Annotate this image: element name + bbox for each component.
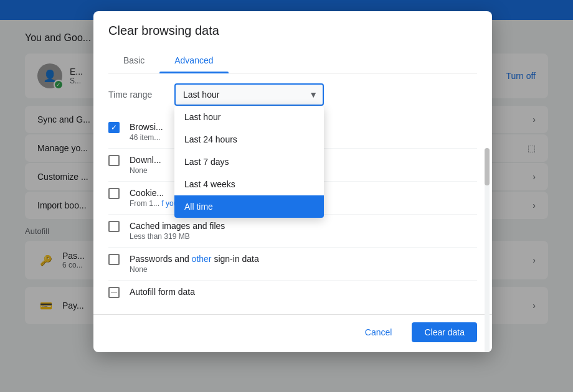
option-all-time[interactable]: All time [174,195,324,218]
passwords-row-sub: None [130,265,477,274]
clear-data-button[interactable]: Clear data [412,322,477,342]
modal-header: Clear browsing data Basic Advanced [93,11,492,73]
time-range-display[interactable]: Last hour [174,83,324,106]
checkbox-download[interactable] [108,155,120,166]
passwords-row-text: Passwords and other sign-in data None [130,254,477,274]
time-range-row: Time range Last hour ▼ Last hour Last 24… [108,83,477,106]
cached-title: Cached images and files [130,221,477,231]
cached-sub: Less than 319 MB [130,232,477,241]
time-range-select-container: Last hour ▼ Last hour Last 24 hours Last… [174,83,324,106]
option-last-24[interactable]: Last 24 hours [174,128,324,151]
autofill-row-title: Autofill form data [130,287,477,297]
autofill-row-text: Autofill form data [130,287,477,298]
checkbox-cookies[interactable] [108,188,120,199]
option-last-7[interactable]: Last 7 days [174,151,324,173]
tab-basic[interactable]: Basic [108,48,159,73]
clear-browsing-data-dialog: Clear browsing data Basic Advanced Time … [93,11,492,352]
passwords-row-title: Passwords and other sign-in data [130,254,477,264]
modal-footer: Cancel Clear data [93,314,492,352]
cached-text: Cached images and files Less than 319 MB [130,221,477,241]
option-last-4-weeks[interactable]: Last 4 weeks [174,173,324,195]
passwords-highlight: other [192,254,212,264]
modal-title: Clear browsing data [108,24,477,38]
modal-tabs: Basic Advanced [108,48,477,73]
time-range-dropdown: Last hour Last 24 hours Last 7 days Last… [174,106,324,218]
modal-scrollbar-thumb [485,148,490,185]
checkbox-row-passwords: Passwords and other sign-in data None [108,248,477,281]
tab-advanced[interactable]: Advanced [159,48,228,73]
checkbox-row-autofill: Autofill form data [108,281,477,304]
option-last-hour[interactable]: Last hour [174,106,324,128]
time-range-label: Time range [108,90,164,100]
modal-scrollbar[interactable] [485,148,490,352]
checkbox-cached[interactable] [108,221,120,232]
checkbox-autofill[interactable] [108,287,120,298]
checkbox-row-cached: Cached images and files Less than 319 MB [108,215,477,248]
modal-body: Time range Last hour ▼ Last hour Last 24… [93,73,492,314]
checkbox-passwords[interactable] [108,254,120,265]
cancel-button[interactable]: Cancel [353,322,405,342]
checkbox-browsing[interactable]: ✓ [108,122,120,133]
